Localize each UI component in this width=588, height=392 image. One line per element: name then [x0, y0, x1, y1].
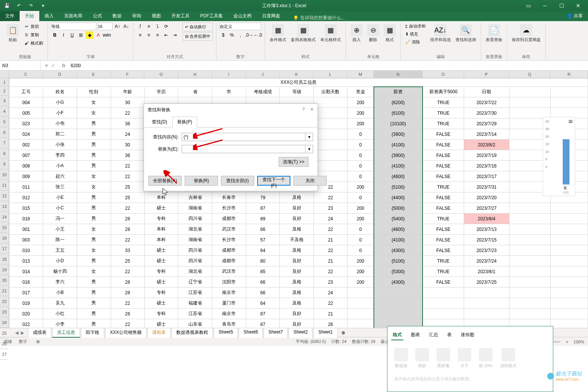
- cell[interactable]: 厦门市: [212, 298, 246, 309]
- cell[interactable]: 2023/7/23: [464, 245, 509, 256]
- cancel-formula-icon[interactable]: ✕: [45, 63, 48, 68]
- row-header-16[interactable]: 16: [0, 233, 9, 243]
- col-header-J[interactable]: J: [246, 71, 280, 78]
- cell[interactable]: 28: [111, 287, 144, 298]
- tab-dev[interactable]: 开发工具: [166, 11, 195, 21]
- cell[interactable]: (4300): [374, 245, 423, 256]
- replace-input[interactable]: [182, 145, 306, 153]
- cell[interactable]: FALSE: [423, 277, 464, 287]
- sheet-tab[interactable]: Sheet6: [239, 328, 263, 338]
- row-header-3[interactable]: 3: [0, 95, 9, 106]
- col-header-O[interactable]: O: [423, 71, 464, 78]
- cell[interactable]: [313, 108, 347, 118]
- sheet-tab[interactable]: Sheet7: [264, 328, 288, 338]
- col-header-K[interactable]: K: [280, 71, 314, 78]
- share-button[interactable]: 👤 共享: [562, 11, 588, 21]
- cell[interactable]: FALSE: [423, 224, 464, 235]
- find-all-button[interactable]: 查找全部(I): [221, 176, 254, 186]
- cell[interactable]: 女: [77, 171, 111, 182]
- new-icon[interactable]: ▾: [39, 1, 48, 10]
- cell[interactable]: 2023/7/20: [464, 192, 509, 203]
- col-header-M[interactable]: M: [347, 71, 374, 78]
- cell[interactable]: 014: [9, 266, 43, 277]
- cell[interactable]: 020: [9, 309, 43, 319]
- cell[interactable]: 80: [246, 256, 280, 266]
- cell[interactable]: 66: [246, 287, 280, 298]
- cell[interactable]: 2023/7/25: [464, 277, 509, 287]
- cell[interactable]: 硕士: [144, 277, 178, 287]
- cell[interactable]: 89: [246, 214, 280, 224]
- header-cell[interactable]: 工号: [9, 87, 43, 97]
- cell[interactable]: 成都市: [212, 256, 246, 266]
- qa-action-0[interactable]: 数据条: [394, 348, 408, 369]
- cell[interactable]: 小C: [43, 203, 77, 214]
- cell[interactable]: 冯一: [43, 214, 77, 224]
- cell[interactable]: 015: [9, 203, 43, 214]
- cell[interactable]: 赵六: [43, 171, 77, 182]
- maximize-icon[interactable]: ☐: [554, 1, 569, 10]
- invoice-button[interactable]: 📄发票查验: [484, 23, 504, 44]
- row-header-12[interactable]: 12: [0, 191, 9, 201]
- cell[interactable]: 专科: [144, 287, 178, 298]
- paste-button[interactable]: 📋粘贴: [5, 23, 20, 44]
- cell[interactable]: 012: [9, 192, 43, 203]
- cell[interactable]: 64: [246, 245, 280, 256]
- cell[interactable]: FALSE: [423, 129, 464, 140]
- cell[interactable]: 200: [347, 182, 374, 192]
- orientation-icon[interactable]: ⟳: [162, 23, 170, 30]
- cell[interactable]: 湖北省: [178, 266, 212, 277]
- cell[interactable]: 福建省: [178, 298, 212, 309]
- cell[interactable]: 2023/7/15: [464, 235, 509, 245]
- tab-data[interactable]: 数据: [107, 11, 127, 21]
- cell[interactable]: 山东省: [178, 319, 212, 328]
- cell[interactable]: 女: [77, 108, 111, 118]
- cell[interactable]: 良好: [280, 203, 314, 214]
- cell[interactable]: [313, 129, 347, 140]
- header-cell[interactable]: 性别: [77, 87, 111, 97]
- cell[interactable]: 36: [111, 150, 144, 161]
- name-box-input[interactable]: [2, 63, 38, 68]
- row-header-7[interactable]: 7: [0, 138, 9, 148]
- row-header-8[interactable]: 8: [0, 148, 9, 159]
- ribbon-options-icon[interactable]: ▭: [521, 1, 536, 10]
- cell[interactable]: 小李: [43, 319, 77, 328]
- row-header-1[interactable]: 1: [0, 78, 9, 86]
- cell[interactable]: 良好: [280, 256, 314, 266]
- cell[interactable]: 小A: [43, 161, 77, 171]
- cell[interactable]: 小张: [43, 140, 77, 150]
- tab-layout[interactable]: 页面布局: [59, 11, 88, 21]
- cell[interactable]: 男: [77, 256, 111, 266]
- sheet-nav-first-icon[interactable]: ◀: [15, 330, 19, 335]
- row-header-25[interactable]: 25: [0, 328, 9, 338]
- row-header-18[interactable]: 18: [0, 254, 9, 264]
- qa-action-4[interactable]: 前 10%: [479, 348, 492, 369]
- cell[interactable]: (5000): [374, 203, 423, 214]
- cell[interactable]: 男: [77, 118, 111, 129]
- sheet-tab[interactable]: 课程表: [147, 328, 171, 338]
- sheet-tab[interactable]: Sheet5: [214, 328, 238, 338]
- sheet-tab[interactable]: 数据透视表教程: [171, 328, 213, 338]
- dialog-close-icon[interactable]: ✕: [310, 107, 314, 113]
- header-cell[interactable]: 等级: [280, 87, 314, 97]
- row-header-6[interactable]: 6: [0, 127, 9, 138]
- dialog-help-icon[interactable]: ?: [302, 107, 305, 113]
- cell[interactable]: 及格: [280, 192, 314, 203]
- minimize-icon[interactable]: ─: [537, 1, 553, 10]
- cell[interactable]: 21: [313, 235, 347, 245]
- row-header-10[interactable]: 10: [0, 169, 9, 180]
- cell[interactable]: 2023/7/13: [464, 224, 509, 235]
- cell[interactable]: 21: [313, 256, 347, 266]
- cell[interactable]: 2023/7/31: [464, 182, 509, 192]
- cell[interactable]: 22: [111, 108, 144, 118]
- tab-formulas[interactable]: 公式: [88, 11, 107, 21]
- cut-button[interactable]: ✂剪切: [22, 23, 45, 30]
- cell[interactable]: 张三: [43, 182, 77, 192]
- autosum-button[interactable]: Σ 自动求和: [404, 23, 427, 30]
- close-button[interactable]: 关闭: [293, 176, 327, 186]
- col-header-G[interactable]: G: [144, 71, 178, 78]
- cell[interactable]: 良好: [280, 309, 314, 319]
- cell[interactable]: 男: [77, 277, 111, 287]
- cell[interactable]: 男: [77, 192, 111, 203]
- cell[interactable]: 女: [77, 182, 111, 192]
- tab-pdf[interactable]: PDF工具集: [195, 11, 228, 21]
